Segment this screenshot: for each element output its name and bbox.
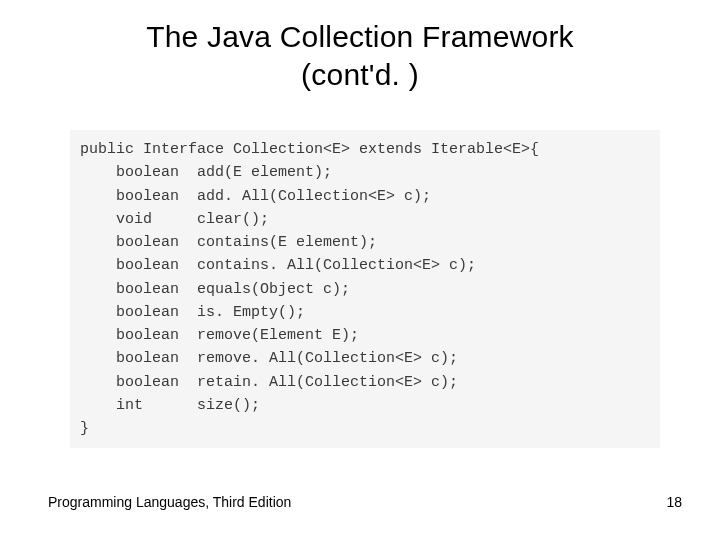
title-line-2: (cont'd. )	[301, 58, 419, 91]
code-member: boolean remove(Element E);	[80, 327, 359, 344]
code-member: boolean add(E element);	[80, 164, 332, 181]
code-close: }	[80, 420, 89, 437]
code-member: boolean equals(Object c);	[80, 281, 350, 298]
page-number: 18	[666, 494, 682, 510]
code-block: public Interface Collection<E> extends I…	[70, 130, 660, 448]
code-member: boolean add. All(Collection<E> c);	[80, 188, 431, 205]
slide-title: The Java Collection Framework (cont'd. )	[0, 0, 720, 93]
code-member: boolean contains. All(Collection<E> c);	[80, 257, 476, 274]
code-decl: public Interface Collection<E> extends I…	[80, 141, 539, 158]
code-member: boolean is. Empty();	[80, 304, 305, 321]
code-member: void clear();	[80, 211, 269, 228]
code-member: boolean contains(E element);	[80, 234, 377, 251]
title-line-1: The Java Collection Framework	[146, 20, 574, 53]
code-member: int size();	[80, 397, 260, 414]
footer-book-title: Programming Languages, Third Edition	[48, 494, 291, 510]
slide: The Java Collection Framework (cont'd. )…	[0, 0, 720, 540]
code-member: boolean remove. All(Collection<E> c);	[80, 350, 458, 367]
code-member: boolean retain. All(Collection<E> c);	[80, 374, 458, 391]
code-pre: public Interface Collection<E> extends I…	[80, 138, 650, 440]
